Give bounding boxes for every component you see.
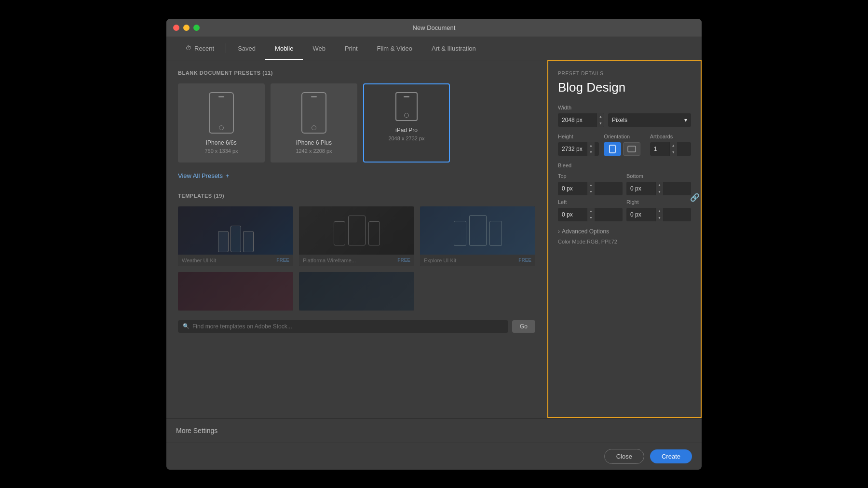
preset-card-iphone6[interactable]: iPhone 6/6s 750 x 1334 px [178, 83, 265, 163]
bleed-left-spinner: ▲ ▼ [587, 208, 595, 221]
bleed-label: Bleed [558, 163, 691, 168]
bleed-top-label: Top [558, 173, 623, 179]
titlebar: New Document [166, 19, 702, 37]
artboards-input-wrap[interactable]: ▲ ▼ [650, 142, 691, 156]
dialog-footer: Close Create [166, 443, 702, 470]
preset-card-ipadpro[interactable]: iPad Pro 2048 x 2732 px [363, 83, 450, 163]
template-info-1: Weather UI Kit FREE [178, 255, 293, 266]
template-card-explore[interactable]: Explore UI Kit FREE [420, 206, 535, 266]
bleed-right-label: Right [626, 199, 691, 205]
tab-saved[interactable]: Saved [228, 37, 265, 60]
bleed-top-field: Top ▲ ▼ [558, 173, 623, 195]
tab-web[interactable]: Web [303, 37, 335, 60]
bleed-bottom-label: Bottom [626, 173, 691, 179]
bleed-bottom-down-button[interactable]: ▼ [656, 189, 663, 195]
height-label: Height [558, 134, 599, 139]
preset-title: Blog Design [558, 80, 691, 95]
close-button[interactable]: Close [604, 449, 644, 464]
height-down-button[interactable]: ▼ [587, 149, 595, 156]
height-input-wrap[interactable]: ▲ ▼ [558, 142, 599, 156]
artboards-down-button[interactable]: ▼ [670, 149, 677, 156]
preset-name-2: iPhone 6 Plus [296, 139, 332, 146]
height-up-button[interactable]: ▲ [587, 142, 595, 149]
preset-dims-1: 750 x 1334 px [204, 148, 238, 154]
height-input[interactable] [558, 142, 587, 156]
height-field: Height ▲ ▼ [558, 134, 599, 156]
more-settings-section: More Settings [166, 418, 702, 443]
bleed-top-input-wrap[interactable]: ▲ ▼ [558, 182, 623, 195]
tab-recent[interactable]: ⏱ Recent [176, 37, 224, 60]
blank-presets-header: BLANK DOCUMENT PRESETS (11) [178, 70, 535, 76]
artboards-up-button[interactable]: ▲ [670, 142, 677, 149]
preset-dims-2: 1242 x 2208 px [296, 148, 332, 154]
orientation-field: Orientation [604, 134, 645, 156]
preset-card-iphone6plus[interactable]: iPhone 6 Plus 1242 x 2208 px [271, 83, 357, 163]
preset-name-1: iPhone 6/6s [206, 139, 236, 146]
tab-bar: ⏱ Recent Saved Mobile Web Print Film & V… [166, 37, 702, 60]
preset-details-label: PRESET DETAILS [558, 71, 691, 76]
create-button[interactable]: Create [650, 449, 692, 463]
bleed-right-input-wrap[interactable]: ▲ ▼ [626, 208, 691, 221]
bleed-left-input-wrap[interactable]: ▲ ▼ [558, 208, 623, 221]
go-button[interactable]: Go [512, 320, 535, 333]
bleed-top-input[interactable] [558, 182, 587, 195]
tab-film-video[interactable]: Film & Video [367, 37, 422, 60]
maximize-window-button[interactable] [193, 25, 200, 31]
placeholder-phones-3 [420, 209, 535, 252]
color-mode-info: Color Mode:RGB, PPI:72 [558, 239, 691, 244]
template-info-3: Explore UI Kit FREE [420, 255, 535, 266]
bleed-right-down-button[interactable]: ▼ [656, 215, 663, 221]
bleed-top-up-button[interactable]: ▲ [587, 182, 595, 189]
template-search-bar: 🔍 Go [178, 320, 535, 333]
view-all-presets-button[interactable]: View All Presets + [178, 170, 230, 181]
width-down-button[interactable]: ▼ [597, 120, 604, 127]
width-row: ▲ ▼ Pixels ▾ [558, 113, 691, 127]
width-spinner: ▲ ▼ [597, 113, 604, 127]
bleed-left-up-button[interactable]: ▲ [587, 208, 595, 215]
portrait-button[interactable] [604, 142, 621, 156]
more-settings-label: More Settings [176, 427, 217, 434]
link-icon[interactable]: 🔗 [690, 193, 700, 201]
template-card-5[interactable] [299, 272, 414, 311]
tab-mobile[interactable]: Mobile [265, 37, 303, 60]
advanced-options-toggle[interactable]: › Advanced Options [558, 228, 691, 235]
tab-print[interactable]: Print [335, 37, 367, 60]
new-document-dialog: New Document ⏱ Recent Saved Mobile Web P… [166, 19, 702, 470]
chevron-down-icon: ▾ [684, 117, 687, 123]
bleed-top-down-button[interactable]: ▼ [587, 189, 595, 195]
template-card-4[interactable] [178, 272, 293, 311]
bleed-right-spinner: ▲ ▼ [655, 208, 663, 221]
bleed-bottom-input[interactable] [626, 182, 655, 195]
close-window-button[interactable] [173, 25, 179, 31]
landscape-button[interactable] [623, 142, 640, 156]
bleed-right-up-button[interactable]: ▲ [656, 208, 663, 215]
bleed-left-down-button[interactable]: ▼ [587, 215, 595, 221]
width-field-group: Width ▲ ▼ Pixels ▾ [558, 105, 691, 127]
presets-grid: iPhone 6/6s 750 x 1334 px iPhone 6 Plus … [178, 83, 535, 163]
bleed-bottom-up-button[interactable]: ▲ [656, 182, 663, 189]
template-thumb-2 [299, 206, 414, 255]
phone-icon-3 [395, 92, 418, 121]
artboards-field: Artboards ▲ ▼ [650, 134, 691, 156]
bleed-left-label: Left [558, 199, 623, 205]
bleed-bottom-spinner: ▲ ▼ [655, 182, 663, 195]
template-card-weather[interactable]: Weather UI Kit FREE [178, 206, 293, 266]
template-card-platforma[interactable]: Platforma Wireframe... FREE [299, 206, 414, 266]
search-input-wrap[interactable]: 🔍 [178, 320, 508, 333]
bleed-right-input[interactable] [626, 208, 655, 221]
orientation-buttons [604, 142, 645, 156]
units-dropdown[interactable]: Pixels ▾ [608, 113, 691, 127]
template-search-input[interactable] [192, 323, 503, 330]
minimize-window-button[interactable] [183, 25, 190, 31]
phone-icon-1 [209, 92, 234, 134]
bleed-left-input[interactable] [558, 208, 587, 221]
bleed-bottom-input-wrap[interactable]: ▲ ▼ [626, 182, 691, 195]
window-title: New Document [413, 24, 456, 31]
width-input-wrap[interactable]: ▲ ▼ [558, 113, 604, 127]
artboards-input[interactable] [650, 142, 669, 156]
tab-art-illustration[interactable]: Art & Illustration [422, 37, 486, 60]
spacer [558, 244, 691, 407]
width-up-button[interactable]: ▲ [597, 113, 604, 120]
width-input[interactable] [558, 113, 597, 127]
content-area: BLANK DOCUMENT PRESETS (11) iPhone 6/6s … [166, 60, 702, 418]
